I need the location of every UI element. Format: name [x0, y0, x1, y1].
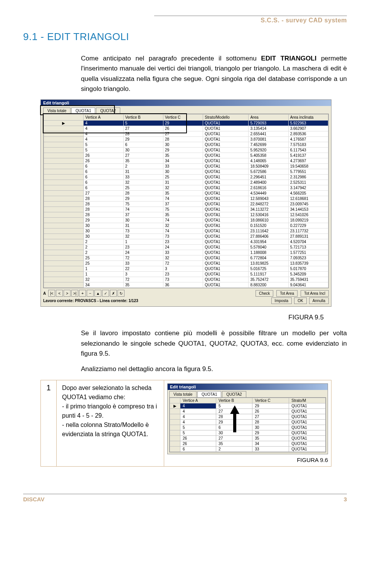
table-cell[interactable]: 29: [123, 137, 163, 142]
table-cell[interactable]: 75: [123, 202, 163, 207]
table-cell[interactable]: 6.772804: [249, 255, 288, 261]
table-cell[interactable]: 28: [252, 419, 289, 425]
table-cell[interactable]: 29: [123, 196, 163, 202]
table-cell[interactable]: 32: [163, 185, 203, 191]
table-cell[interactable]: QUOTA1: [203, 148, 249, 153]
table-cell[interactable]: 31: [163, 180, 203, 185]
table-cell[interactable]: 74: [123, 207, 163, 212]
nav-prev-icon[interactable]: <: [56, 290, 63, 297]
table-cell[interactable]: QUOTA1: [203, 131, 249, 137]
table-row[interactable]: 282974QUOTA112.58904312.618681: [44, 196, 328, 202]
table-cell[interactable]: QUOTA1: [203, 202, 249, 207]
table-cell[interactable]: 72: [123, 277, 163, 282]
table-cell[interactable]: 5.578040: [249, 245, 288, 250]
nav-next-icon[interactable]: >: [64, 290, 71, 297]
table-cell[interactable]: 5.016725: [249, 266, 288, 272]
table-cell[interactable]: 3.135414: [249, 126, 288, 131]
table-cell[interactable]: 3.870081: [249, 137, 288, 142]
mini-tab-quota1[interactable]: QUOTA1: [197, 391, 221, 397]
table-cell[interactable]: 30: [163, 142, 203, 148]
table-cell[interactable]: QUOTA1: [203, 266, 249, 272]
table-cell[interactable]: 22.848272: [249, 202, 288, 207]
mini-col-b[interactable]: Vertice B: [216, 398, 252, 403]
table-cell[interactable]: 28: [163, 137, 203, 142]
table-cell[interactable]: QUOTA1: [203, 121, 249, 126]
table-cell[interactable]: QUOTA1: [289, 414, 326, 419]
mini-table[interactable]: Vertice A Vertice B Vertice C Strato/M ▶…: [170, 398, 326, 452]
table-cell[interactable]: QUOTA1: [203, 185, 249, 191]
table-cell[interactable]: 25: [84, 261, 123, 266]
triangles-table[interactable]: Vertice A Vertice B Vertice C Strato/Mod…: [44, 114, 328, 288]
table-row[interactable]: 307374QUOTA123.11164223.117732: [44, 228, 328, 234]
check-button[interactable]: Check: [256, 290, 273, 297]
table-cell[interactable]: 30: [84, 223, 123, 228]
table-cell[interactable]: 23.117732: [288, 228, 328, 234]
table-cell[interactable]: 30: [252, 425, 289, 430]
tot-area-button[interactable]: Tot Area: [276, 290, 298, 297]
table-cell[interactable]: QUOTA1: [203, 223, 249, 228]
table-cell[interactable]: QUOTA1: [203, 137, 249, 142]
table-cell[interactable]: 26: [180, 441, 216, 446]
table-cell[interactable]: 2: [123, 164, 163, 169]
table-cell[interactable]: 34: [252, 441, 289, 446]
table-cell[interactable]: 30: [84, 228, 123, 234]
table-cell[interactable]: 1.188008: [249, 250, 288, 255]
table-cell[interactable]: 2.312986: [288, 175, 328, 180]
table-cell[interactable]: 30: [123, 148, 163, 153]
table-row[interactable]: 6233QUOTA1: [170, 446, 326, 452]
nav-edit-icon[interactable]: ▲: [94, 290, 101, 297]
table-cell[interactable]: 25: [123, 185, 163, 191]
table-cell[interactable]: 18.099219: [288, 218, 328, 223]
table-cell[interactable]: QUOTA1: [289, 403, 326, 408]
table-row[interactable]: 63325QUOTA12.2964512.312986: [44, 175, 328, 180]
table-row[interactable]: 272835QUOTA14.5344494.566205: [44, 191, 328, 196]
table-cell[interactable]: 12.589043: [249, 196, 288, 202]
table-cell[interactable]: 5: [180, 425, 216, 430]
table-cell[interactable]: 26: [84, 158, 123, 164]
table-cell[interactable]: 9.043641: [288, 282, 328, 288]
table-cell[interactable]: QUOTA1: [289, 419, 326, 425]
table-cell[interactable]: QUOTA1: [289, 425, 326, 430]
table-cell[interactable]: 26: [180, 435, 216, 441]
table-cell[interactable]: QUOTA1: [203, 164, 249, 169]
table-cell[interactable]: 7.093523: [288, 255, 328, 261]
table-row[interactable]: 2123QUOTA14.3319544.520704: [44, 239, 328, 245]
table-cell[interactable]: 5: [84, 142, 123, 148]
table-cell[interactable]: 35.752472: [249, 277, 288, 282]
table-cell[interactable]: 27: [123, 153, 163, 158]
table-cell[interactable]: 35: [216, 441, 252, 446]
table-cell[interactable]: 5.922963: [288, 121, 328, 126]
table-cell[interactable]: 34: [84, 282, 123, 288]
mini-tab-quota2[interactable]: QUOTA2: [222, 391, 246, 397]
table-cell[interactable]: 4: [180, 408, 216, 414]
table-cell[interactable]: 6.117543: [288, 148, 328, 153]
table-cell[interactable]: 6: [84, 164, 123, 169]
table-cell[interactable]: 35: [163, 191, 203, 196]
table-cell[interactable]: 33: [123, 261, 163, 266]
table-cell[interactable]: QUOTA1: [203, 234, 249, 239]
table-cell[interactable]: 35: [123, 158, 163, 164]
table-cell[interactable]: 32: [123, 180, 163, 185]
table-cell[interactable]: 29: [252, 430, 289, 435]
table-row[interactable]: 42827QUOTA1: [170, 414, 326, 419]
table-row[interactable]: 63130QUOTA15.6725865.779551: [44, 169, 328, 175]
table-row[interactable]: 6233QUOTA118.50840919.540658: [44, 164, 328, 169]
table-cell[interactable]: 24: [163, 245, 203, 250]
table-cell[interactable]: 27.886406: [249, 234, 288, 239]
table-cell[interactable]: 3: [163, 266, 203, 272]
table-cell[interactable]: 0.227229: [288, 223, 328, 228]
table-cell[interactable]: QUOTA1: [203, 142, 249, 148]
table-cell[interactable]: 32: [163, 255, 203, 261]
table-row[interactable]: 287475QUOTA134.11327234.144153: [44, 207, 328, 212]
table-cell[interactable]: 1: [123, 239, 163, 245]
col-area-incl[interactable]: Area inclinata: [288, 114, 328, 121]
table-cell[interactable]: QUOTA1: [203, 228, 249, 234]
table-cell[interactable]: 2: [84, 250, 123, 255]
table-cell[interactable]: 4: [180, 419, 216, 425]
table-cell[interactable]: 5.952920: [249, 148, 288, 153]
mini-col-strato[interactable]: Strato/M: [289, 398, 326, 403]
table-cell[interactable]: 34.113272: [249, 207, 288, 212]
table-cell[interactable]: QUOTA1: [203, 250, 249, 255]
nav-first-icon[interactable]: |<: [48, 290, 55, 297]
table-cell[interactable]: 1: [84, 272, 123, 277]
